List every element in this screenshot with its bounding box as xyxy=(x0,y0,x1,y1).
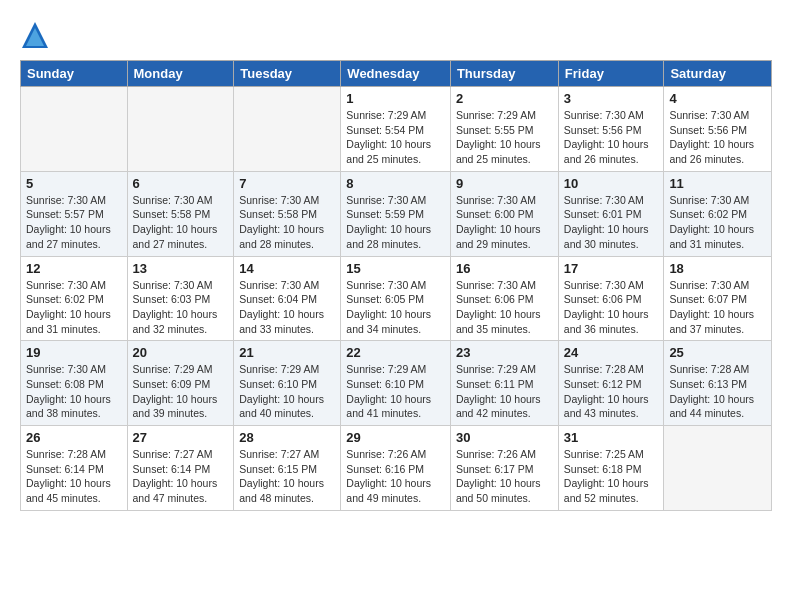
calendar-day-cell: 28Sunrise: 7:27 AM Sunset: 6:15 PM Dayli… xyxy=(234,426,341,511)
day-info: Sunrise: 7:27 AM Sunset: 6:15 PM Dayligh… xyxy=(239,447,335,506)
calendar-day-cell: 23Sunrise: 7:29 AM Sunset: 6:11 PM Dayli… xyxy=(450,341,558,426)
day-number: 15 xyxy=(346,261,445,276)
day-number: 4 xyxy=(669,91,766,106)
day-number: 2 xyxy=(456,91,553,106)
day-number: 29 xyxy=(346,430,445,445)
day-number: 5 xyxy=(26,176,122,191)
logo-icon xyxy=(20,20,50,50)
calendar-table: SundayMondayTuesdayWednesdayThursdayFrid… xyxy=(20,60,772,511)
weekday-header: Sunday xyxy=(21,61,128,87)
calendar-week-row: 5Sunrise: 7:30 AM Sunset: 5:57 PM Daylig… xyxy=(21,171,772,256)
calendar-day-cell: 22Sunrise: 7:29 AM Sunset: 6:10 PM Dayli… xyxy=(341,341,451,426)
day-number: 22 xyxy=(346,345,445,360)
day-number: 25 xyxy=(669,345,766,360)
calendar-day-cell: 10Sunrise: 7:30 AM Sunset: 6:01 PM Dayli… xyxy=(558,171,664,256)
calendar-day-cell: 9Sunrise: 7:30 AM Sunset: 6:00 PM Daylig… xyxy=(450,171,558,256)
day-info: Sunrise: 7:30 AM Sunset: 5:56 PM Dayligh… xyxy=(669,108,766,167)
calendar-day-cell: 14Sunrise: 7:30 AM Sunset: 6:04 PM Dayli… xyxy=(234,256,341,341)
day-number: 14 xyxy=(239,261,335,276)
weekday-header: Friday xyxy=(558,61,664,87)
day-number: 19 xyxy=(26,345,122,360)
day-number: 12 xyxy=(26,261,122,276)
day-info: Sunrise: 7:30 AM Sunset: 6:03 PM Dayligh… xyxy=(133,278,229,337)
calendar-day-cell: 12Sunrise: 7:30 AM Sunset: 6:02 PM Dayli… xyxy=(21,256,128,341)
day-number: 8 xyxy=(346,176,445,191)
day-info: Sunrise: 7:30 AM Sunset: 5:58 PM Dayligh… xyxy=(239,193,335,252)
day-info: Sunrise: 7:30 AM Sunset: 5:56 PM Dayligh… xyxy=(564,108,659,167)
page-header xyxy=(20,20,772,50)
day-info: Sunrise: 7:28 AM Sunset: 6:14 PM Dayligh… xyxy=(26,447,122,506)
day-info: Sunrise: 7:29 AM Sunset: 6:11 PM Dayligh… xyxy=(456,362,553,421)
day-info: Sunrise: 7:30 AM Sunset: 6:07 PM Dayligh… xyxy=(669,278,766,337)
day-number: 9 xyxy=(456,176,553,191)
calendar-day-cell: 21Sunrise: 7:29 AM Sunset: 6:10 PM Dayli… xyxy=(234,341,341,426)
day-number: 26 xyxy=(26,430,122,445)
day-info: Sunrise: 7:30 AM Sunset: 6:02 PM Dayligh… xyxy=(26,278,122,337)
day-number: 7 xyxy=(239,176,335,191)
calendar-day-cell: 25Sunrise: 7:28 AM Sunset: 6:13 PM Dayli… xyxy=(664,341,772,426)
calendar-day-cell: 29Sunrise: 7:26 AM Sunset: 6:16 PM Dayli… xyxy=(341,426,451,511)
day-info: Sunrise: 7:29 AM Sunset: 6:10 PM Dayligh… xyxy=(239,362,335,421)
day-number: 20 xyxy=(133,345,229,360)
day-info: Sunrise: 7:26 AM Sunset: 6:16 PM Dayligh… xyxy=(346,447,445,506)
weekday-header: Tuesday xyxy=(234,61,341,87)
weekday-header: Saturday xyxy=(664,61,772,87)
calendar-week-row: 19Sunrise: 7:30 AM Sunset: 6:08 PM Dayli… xyxy=(21,341,772,426)
calendar-day-cell: 30Sunrise: 7:26 AM Sunset: 6:17 PM Dayli… xyxy=(450,426,558,511)
day-number: 3 xyxy=(564,91,659,106)
day-info: Sunrise: 7:30 AM Sunset: 6:04 PM Dayligh… xyxy=(239,278,335,337)
calendar-day-cell: 7Sunrise: 7:30 AM Sunset: 5:58 PM Daylig… xyxy=(234,171,341,256)
calendar-day-cell: 8Sunrise: 7:30 AM Sunset: 5:59 PM Daylig… xyxy=(341,171,451,256)
day-info: Sunrise: 7:30 AM Sunset: 6:02 PM Dayligh… xyxy=(669,193,766,252)
calendar-day-cell: 3Sunrise: 7:30 AM Sunset: 5:56 PM Daylig… xyxy=(558,87,664,172)
logo xyxy=(20,20,52,50)
day-number: 21 xyxy=(239,345,335,360)
day-info: Sunrise: 7:28 AM Sunset: 6:13 PM Dayligh… xyxy=(669,362,766,421)
weekday-header: Thursday xyxy=(450,61,558,87)
calendar-day-cell: 18Sunrise: 7:30 AM Sunset: 6:07 PM Dayli… xyxy=(664,256,772,341)
day-number: 1 xyxy=(346,91,445,106)
calendar-day-cell xyxy=(21,87,128,172)
calendar-week-row: 12Sunrise: 7:30 AM Sunset: 6:02 PM Dayli… xyxy=(21,256,772,341)
calendar-day-cell: 2Sunrise: 7:29 AM Sunset: 5:55 PM Daylig… xyxy=(450,87,558,172)
day-number: 23 xyxy=(456,345,553,360)
day-info: Sunrise: 7:30 AM Sunset: 6:00 PM Dayligh… xyxy=(456,193,553,252)
calendar-day-cell: 11Sunrise: 7:30 AM Sunset: 6:02 PM Dayli… xyxy=(664,171,772,256)
calendar-day-cell xyxy=(664,426,772,511)
day-info: Sunrise: 7:26 AM Sunset: 6:17 PM Dayligh… xyxy=(456,447,553,506)
day-info: Sunrise: 7:25 AM Sunset: 6:18 PM Dayligh… xyxy=(564,447,659,506)
day-info: Sunrise: 7:30 AM Sunset: 6:08 PM Dayligh… xyxy=(26,362,122,421)
calendar-day-cell: 17Sunrise: 7:30 AM Sunset: 6:06 PM Dayli… xyxy=(558,256,664,341)
day-info: Sunrise: 7:30 AM Sunset: 6:01 PM Dayligh… xyxy=(564,193,659,252)
calendar-day-cell: 31Sunrise: 7:25 AM Sunset: 6:18 PM Dayli… xyxy=(558,426,664,511)
day-info: Sunrise: 7:30 AM Sunset: 6:06 PM Dayligh… xyxy=(564,278,659,337)
day-info: Sunrise: 7:30 AM Sunset: 5:59 PM Dayligh… xyxy=(346,193,445,252)
calendar-day-cell: 20Sunrise: 7:29 AM Sunset: 6:09 PM Dayli… xyxy=(127,341,234,426)
day-info: Sunrise: 7:29 AM Sunset: 6:09 PM Dayligh… xyxy=(133,362,229,421)
weekday-header: Monday xyxy=(127,61,234,87)
day-number: 6 xyxy=(133,176,229,191)
calendar-day-cell: 19Sunrise: 7:30 AM Sunset: 6:08 PM Dayli… xyxy=(21,341,128,426)
day-number: 28 xyxy=(239,430,335,445)
calendar-week-row: 1Sunrise: 7:29 AM Sunset: 5:54 PM Daylig… xyxy=(21,87,772,172)
calendar-day-cell xyxy=(127,87,234,172)
day-number: 24 xyxy=(564,345,659,360)
day-info: Sunrise: 7:29 AM Sunset: 5:54 PM Dayligh… xyxy=(346,108,445,167)
calendar-day-cell: 5Sunrise: 7:30 AM Sunset: 5:57 PM Daylig… xyxy=(21,171,128,256)
calendar-day-cell: 27Sunrise: 7:27 AM Sunset: 6:14 PM Dayli… xyxy=(127,426,234,511)
day-number: 18 xyxy=(669,261,766,276)
day-number: 30 xyxy=(456,430,553,445)
calendar-day-cell xyxy=(234,87,341,172)
calendar-day-cell: 26Sunrise: 7:28 AM Sunset: 6:14 PM Dayli… xyxy=(21,426,128,511)
day-info: Sunrise: 7:30 AM Sunset: 6:06 PM Dayligh… xyxy=(456,278,553,337)
day-info: Sunrise: 7:30 AM Sunset: 6:05 PM Dayligh… xyxy=(346,278,445,337)
calendar-header-row: SundayMondayTuesdayWednesdayThursdayFrid… xyxy=(21,61,772,87)
day-number: 11 xyxy=(669,176,766,191)
day-info: Sunrise: 7:29 AM Sunset: 5:55 PM Dayligh… xyxy=(456,108,553,167)
day-info: Sunrise: 7:30 AM Sunset: 5:58 PM Dayligh… xyxy=(133,193,229,252)
calendar-day-cell: 13Sunrise: 7:30 AM Sunset: 6:03 PM Dayli… xyxy=(127,256,234,341)
calendar-day-cell: 24Sunrise: 7:28 AM Sunset: 6:12 PM Dayli… xyxy=(558,341,664,426)
calendar-day-cell: 1Sunrise: 7:29 AM Sunset: 5:54 PM Daylig… xyxy=(341,87,451,172)
day-number: 17 xyxy=(564,261,659,276)
day-number: 10 xyxy=(564,176,659,191)
